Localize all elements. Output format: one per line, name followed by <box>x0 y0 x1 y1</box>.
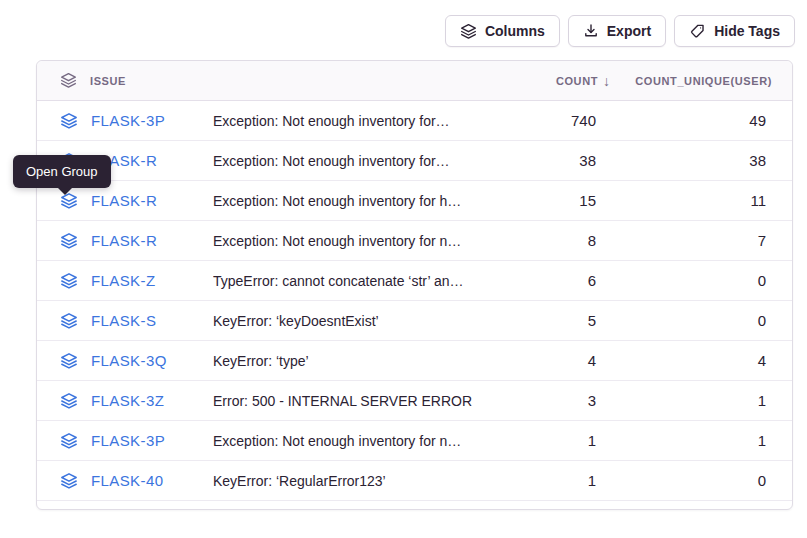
open-group-icon[interactable] <box>60 352 78 370</box>
hide-tags-button[interactable]: Hide Tags <box>674 15 795 47</box>
table-row: FLASK-3P Exception: Not enough inventory… <box>37 421 792 461</box>
count-value: 1 <box>500 472 620 489</box>
count-unique-value: 1 <box>620 392 792 409</box>
issue-column-header[interactable]: ISSUE <box>37 72 213 89</box>
layers-icon <box>60 72 77 89</box>
count-value: 38 <box>500 152 620 169</box>
issue-link[interactable]: FLASK-R <box>91 192 157 209</box>
open-group-icon[interactable] <box>60 392 78 410</box>
table-row: FLASK-R Exception: Not enough inventory … <box>37 221 792 261</box>
count-value: 6 <box>500 272 620 289</box>
hide-tags-button-label: Hide Tags <box>714 23 780 39</box>
count-value: 8 <box>500 232 620 249</box>
issue-summary: KeyError: ‘type’ <box>213 353 500 369</box>
issue-summary: KeyError: ‘RegularError123’ <box>213 473 500 489</box>
table-row: FLASK-R Exception: Not enough inventory … <box>37 181 792 221</box>
issue-link[interactable]: FLASK-Z <box>91 272 155 289</box>
table-row: FLASK-R Exception: Not enough inventory … <box>37 141 792 181</box>
issue-link[interactable]: FLASK-R <box>91 232 157 249</box>
toolbar: Columns Export Hide Tags <box>445 15 795 47</box>
table-row: FLASK-S KeyError: ‘keyDoesntExist’ 5 0 <box>37 301 792 341</box>
count-unique-column-header[interactable]: COUNT_UNIQUE(USER) <box>620 75 792 87</box>
issue-summary: TypeError: cannot concatenate ‘str’ an… <box>213 273 500 289</box>
count-value: 1 <box>500 432 620 449</box>
issue-link[interactable]: FLASK-40 <box>91 472 163 489</box>
issue-header-label: ISSUE <box>90 75 126 87</box>
open-group-icon[interactable] <box>60 272 78 290</box>
layers-icon <box>460 23 477 40</box>
count-unique-value: 38 <box>620 152 792 169</box>
count-header-label: COUNT <box>556 75 598 87</box>
count-unique-value: 4 <box>620 352 792 369</box>
tag-icon <box>689 23 706 40</box>
count-value: 4 <box>500 352 620 369</box>
export-button[interactable]: Export <box>568 15 666 47</box>
count-value: 740 <box>500 112 620 129</box>
table-row: FLASK-3Q KeyError: ‘type’ 4 4 <box>37 341 792 381</box>
table-row: FLASK-3P Exception: Not enough inventory… <box>37 101 792 141</box>
open-group-icon[interactable] <box>60 312 78 330</box>
table-header-row: ISSUE COUNT ↓ COUNT_UNIQUE(USER) <box>37 61 792 101</box>
table-row: FLASK-3Z Error: 500 - INTERNAL SERVER ER… <box>37 381 792 421</box>
open-group-icon[interactable] <box>60 432 78 450</box>
open-group-icon[interactable] <box>60 232 78 250</box>
count-unique-value: 11 <box>620 192 792 209</box>
issue-summary: Error: 500 - INTERNAL SERVER ERROR <box>213 393 500 409</box>
table-row: FLASK-40 KeyError: ‘RegularError123’ 1 0 <box>37 461 792 501</box>
count-value: 5 <box>500 312 620 329</box>
issue-link[interactable]: FLASK-3P <box>91 112 165 129</box>
issue-summary: Exception: Not enough inventory for… <box>213 113 500 129</box>
open-group-tooltip: Open Group <box>13 155 111 188</box>
export-button-label: Export <box>607 23 651 39</box>
issue-summary: Exception: Not enough inventory for n… <box>213 433 500 449</box>
count-unique-value: 1 <box>620 432 792 449</box>
count-unique-header-label: COUNT_UNIQUE(USER) <box>635 75 772 87</box>
count-value: 15 <box>500 192 620 209</box>
download-icon <box>583 23 599 39</box>
table-row: FLASK-Z TypeError: cannot concatenate ‘s… <box>37 261 792 301</box>
issue-link[interactable]: FLASK-3Q <box>91 352 167 369</box>
columns-button-label: Columns <box>485 23 545 39</box>
count-value: 3 <box>500 392 620 409</box>
count-unique-value: 49 <box>620 112 792 129</box>
open-group-icon[interactable] <box>60 112 78 130</box>
count-column-header[interactable]: COUNT ↓ <box>500 73 620 89</box>
issue-summary: Exception: Not enough inventory for h… <box>213 193 500 209</box>
issue-summary: Exception: Not enough inventory for n… <box>213 233 500 249</box>
results-table: ISSUE COUNT ↓ COUNT_UNIQUE(USER) FLASK-3… <box>36 60 793 510</box>
sort-descending-icon: ↓ <box>603 73 610 89</box>
count-unique-value: 7 <box>620 232 792 249</box>
issue-summary: KeyError: ‘keyDoesntExist’ <box>213 313 500 329</box>
issue-link[interactable]: FLASK-3Z <box>91 392 164 409</box>
count-unique-value: 0 <box>620 272 792 289</box>
count-unique-value: 0 <box>620 312 792 329</box>
count-unique-value: 0 <box>620 472 792 489</box>
columns-button[interactable]: Columns <box>445 15 560 47</box>
issue-link[interactable]: FLASK-3P <box>91 432 165 449</box>
open-group-icon[interactable] <box>60 472 78 490</box>
issue-summary: Exception: Not enough inventory for… <box>213 153 500 169</box>
open-group-tooltip-label: Open Group <box>26 164 98 179</box>
issue-link[interactable]: FLASK-S <box>91 312 156 329</box>
